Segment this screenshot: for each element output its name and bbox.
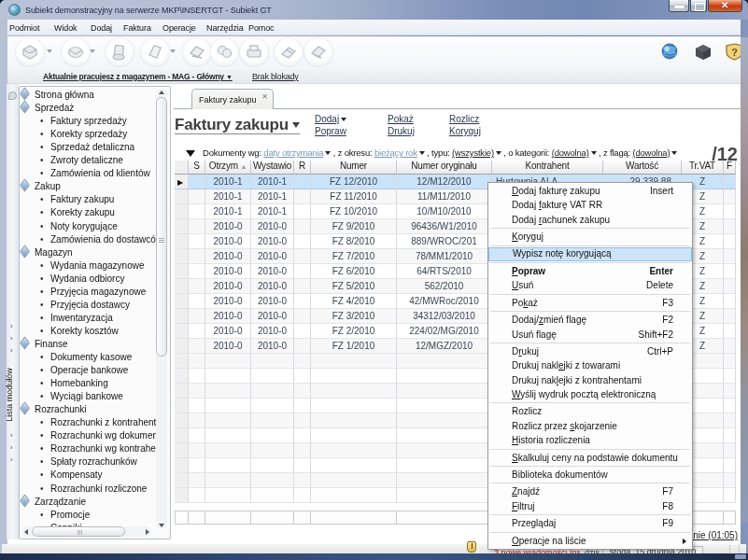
svg-text:?: ? <box>731 47 738 58</box>
